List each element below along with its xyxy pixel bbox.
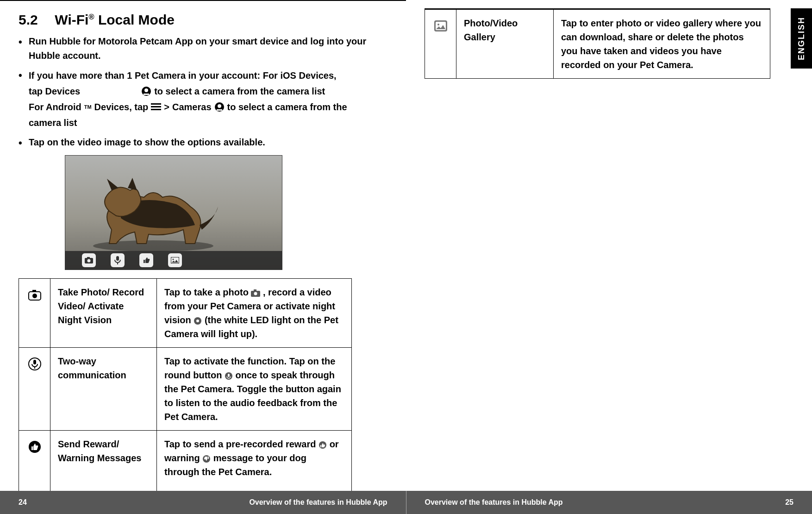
svg-rect-19 [32,290,36,292]
bullet-3: Tap on the video image to show the optio… [19,135,387,150]
registered-mark: ® [88,13,94,21]
feature-table-left: Take Photo/ Record Video/ Activate Night… [19,278,352,491]
row1-desc: Tap to take a photo , record a video fro… [157,279,352,348]
feature-table-right: Photo/Video Gallery Tap to enter photo o… [425,9,770,79]
bar-mic-icon [111,253,125,267]
nightvision-inline-icon [194,317,202,325]
svg-point-35 [437,24,439,25]
row1-icon-cell [19,279,50,348]
hamburger-icon [151,103,161,111]
row1-label: Take Photo/ Record Video/ Activate Night… [50,279,157,348]
svg-rect-3 [151,103,161,105]
heading-pre: Wi-Fi [55,12,88,27]
tm-mark: TM [84,103,92,112]
section-heading: 5.2 Wi-Fi® Local Mode [19,12,387,28]
gallery-icon-cell [425,10,456,79]
svg-point-18 [32,294,37,298]
svg-rect-14 [117,263,118,264]
svg-point-24 [196,320,199,322]
bullet-1: Run Hubble for Motorola Petcam App on yo… [19,34,387,63]
bullet-2-line2: tap Devices to select a camera from the … [29,83,387,99]
svg-rect-26 [33,360,36,364]
table-row: Two-way communication Tap to activate th… [19,348,352,431]
gallery-icon [434,20,448,32]
table-row: Send Reward/ Warning Messages Tap to sen… [19,431,352,491]
svg-point-21 [254,292,257,295]
heading-post: Local Mode [94,12,175,27]
mic-icon [28,357,42,371]
bar-gallery-icon [168,253,182,267]
svg-rect-2 [144,94,149,95]
svg-rect-4 [151,106,161,107]
screenshot-toolbar [65,251,282,270]
svg-rect-22 [254,289,256,291]
footer-text-left: Overview of the features in Hubble App [37,498,387,507]
svg-rect-13 [116,256,119,261]
row3-icon-cell [19,431,50,491]
row3-label: Send Reward/ Warning Messages [50,431,157,491]
app-screenshot [65,155,282,270]
footer: 24 Overview of the features in Hubble Ap… [0,491,812,514]
svg-point-11 [87,259,91,263]
svg-rect-29 [228,374,230,377]
bar-camera-icon [82,253,96,267]
section-number: 5.2 [19,12,51,28]
language-tab: ENGLISH [791,8,812,69]
svg-rect-8 [217,109,222,111]
dog-image [84,174,223,253]
svg-point-7 [218,104,221,108]
row2-label: Two-way communication [50,348,157,431]
table-row: Photo/Video Gallery Tap to enter photo o… [425,10,770,79]
footer-text-right: Overview of the features in Hubble App [425,498,775,507]
svg-point-1 [144,88,148,92]
gallery-desc: Tap to enter photo or video gallery wher… [554,10,770,79]
mic-inline-icon [225,372,233,380]
bar-thumb-icon [139,253,153,267]
svg-rect-27 [34,367,35,369]
bullet-2-line3: For AndroidTM Devices, tap > Cameras to … [29,99,387,115]
footer-left: 24 Overview of the features in Hubble Ap… [0,491,406,514]
gallery-label: Photo/Video Gallery [456,10,554,79]
table-row: Take Photo/ Record Video/ Activate Night… [19,279,352,348]
svg-rect-5 [151,109,161,110]
page-left: 5.2 Wi-Fi® Local Mode Run Hubble for Mot… [0,0,406,491]
bullet-list: Run Hubble for Motorola Petcam App on yo… [19,34,387,150]
row2-icon-cell [19,348,50,431]
row2-desc: Tap to activate the function. Tap on the… [157,348,352,431]
page-number-right: 25 [775,498,793,507]
svg-point-16 [173,259,174,260]
row3-desc: Tap to send a pre-recorded reward or war… [157,431,352,491]
camera-select-icon [141,86,151,96]
bullet-2: If you have more than 1 Pet Camera in yo… [19,68,387,131]
footer-right: Overview of the features in Hubble App 2… [406,491,812,514]
page-right: ENGLISH Photo/Video Gallery Tap to enter… [406,0,812,491]
photo-inline-icon [251,289,260,297]
thumb-up-inline-icon [319,441,327,449]
svg-rect-12 [87,257,90,258]
thumb-icon [28,440,42,454]
thumb-down-inline-icon [202,455,211,463]
page-number-left: 24 [19,498,37,507]
camera-icon [28,288,42,302]
camera-select-icon-2 [214,102,225,112]
